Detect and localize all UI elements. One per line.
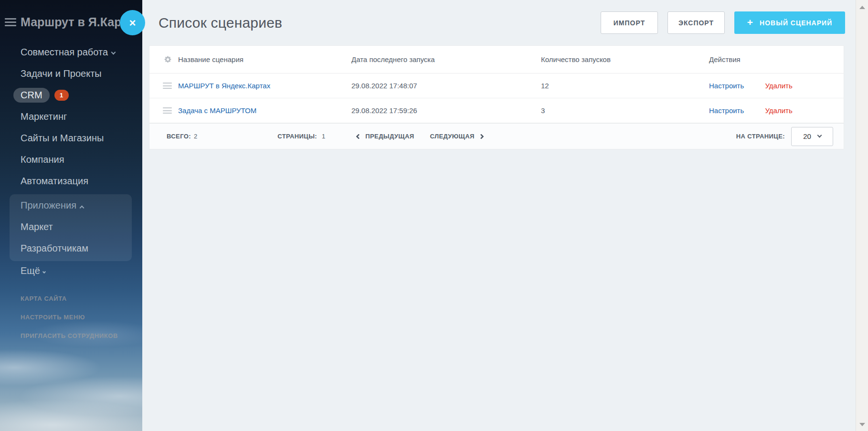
sidebar-footer-links: КАРТА САЙТА НАСТРОИТЬ МЕНЮ ПРИГЛАСИТЬ СО…	[0, 289, 142, 345]
chevron-right-icon	[478, 134, 484, 139]
sidebar-menu: Совместная работа Задачи и Проекты CRM1 …	[0, 42, 142, 345]
export-button[interactable]: ЭКСПОРТ	[667, 11, 725, 34]
delete-link[interactable]: Удалить	[765, 106, 792, 115]
configure-menu-link[interactable]: НАСТРОИТЬ МЕНЮ	[0, 308, 142, 326]
delete-link[interactable]: Удалить	[765, 82, 792, 90]
gear-icon[interactable]	[164, 55, 172, 63]
per-page-label: НА СТРАНИЦЕ:	[736, 133, 785, 140]
sidebar-item-automation[interactable]: Автоматизация	[0, 170, 142, 192]
chevron-down-icon	[111, 50, 116, 55]
main-content: Список сценариев ИМПОРТ ЭКСПОРТ + НОВЫЙ …	[142, 0, 856, 431]
scenario-name-link[interactable]: МАРШРУТ в Яндекс.Картах	[178, 82, 270, 90]
invite-employees-link[interactable]: ПРИГЛАСИТЬ СОТРУДНИКОВ	[0, 326, 142, 345]
sidebar: Маршрут в Я.Картах × Совместная работа З…	[0, 0, 142, 431]
total-count: ВСЕГО: 2	[167, 133, 197, 140]
sidebar-item-tasks[interactable]: Задачи и Проекты	[0, 63, 142, 84]
sidebar-group-apps: Приложения Маркет Разработчикам	[10, 194, 132, 261]
next-page-button[interactable]: СЛЕДУЮЩАЯ	[430, 133, 483, 140]
table-row: Задача с МАРШРУТОМ 29.08.2022 17:59:26 3…	[149, 98, 844, 123]
last-run-value: 29.08.2022 17:48:07	[351, 82, 541, 90]
sidebar-item-developers[interactable]: Разработчикам	[10, 238, 132, 259]
close-icon: ×	[129, 17, 136, 29]
sitemap-link[interactable]: КАРТА САЙТА	[0, 289, 142, 308]
import-button[interactable]: ИМПОРТ	[601, 11, 658, 34]
table-row: МАРШРУТ в Яндекс.Картах 29.08.2022 17:48…	[149, 74, 844, 98]
scenario-name-link[interactable]: Задача с МАРШРУТОМ	[178, 106, 256, 115]
crm-counter-badge: 1	[54, 90, 69, 101]
scroll-down-arrow-icon[interactable]	[859, 423, 865, 426]
configure-link[interactable]: Настроить	[709, 82, 744, 90]
per-page-select[interactable]: 20	[791, 127, 833, 146]
portal-title: Маршрут в Я.Картах	[21, 15, 120, 29]
sidebar-item-company[interactable]: Компания	[0, 149, 142, 170]
pages-count: СТРАНИЦЫ: 1	[277, 133, 325, 140]
column-header-name[interactable]: Название сценария	[178, 55, 351, 63]
sidebar-item-market[interactable]: Маркет	[10, 216, 132, 238]
hamburger-menu-icon[interactable]	[5, 18, 16, 26]
sidebar-item-apps[interactable]: Приложения	[10, 195, 132, 216]
drag-handle-icon[interactable]	[163, 107, 172, 114]
plus-icon: +	[747, 17, 753, 27]
sidebar-item-marketing[interactable]: Маркетинг	[0, 106, 142, 127]
previous-page-button[interactable]: ПРЕДЫДУЩАЯ	[357, 133, 414, 140]
table-footer: ВСЕГО: 2 СТРАНИЦЫ: 1 ПРЕДЫДУЩАЯ СЛЕДУЮЩА…	[149, 123, 844, 149]
new-scenario-button[interactable]: + НОВЫЙ СЦЕНАРИЙ	[734, 11, 845, 34]
sidebar-item-sites[interactable]: Сайты и Магазины	[0, 127, 142, 149]
runs-count-value: 12	[541, 82, 709, 90]
last-run-value: 29.08.2022 17:59:26	[351, 106, 541, 115]
column-header-last-run[interactable]: Дата последнего запуска	[351, 55, 541, 63]
chevron-up-icon	[80, 206, 85, 210]
table-settings-cell	[149, 55, 178, 63]
column-header-actions: Действия	[709, 55, 844, 63]
vertical-scrollbar[interactable]	[856, 0, 868, 431]
sidebar-header: Маршрут в Я.Картах ×	[0, 0, 142, 30]
sidebar-item-crm[interactable]: CRM1	[0, 84, 142, 106]
table-header-row: Название сценария Дата последнего запуск…	[149, 46, 844, 74]
column-header-runs[interactable]: Количество запусков	[541, 55, 709, 63]
runs-count-value: 3	[541, 106, 709, 115]
sidebar-item-collaboration[interactable]: Совместная работа	[0, 42, 142, 63]
chevron-down-icon	[42, 270, 46, 273]
configure-link[interactable]: Настроить	[709, 106, 744, 115]
crm-pill: CRM	[13, 88, 50, 103]
chevron-left-icon	[356, 134, 361, 139]
close-sidebar-button[interactable]: ×	[120, 10, 145, 35]
chevron-down-icon	[817, 133, 822, 138]
scroll-up-arrow-icon[interactable]	[859, 6, 865, 9]
page-title: Список сценариев	[159, 15, 591, 31]
page-header: Список сценариев ИМПОРТ ЭКСПОРТ + НОВЫЙ …	[142, 0, 856, 45]
scenario-table-card: Название сценария Дата последнего запуск…	[149, 45, 844, 149]
drag-handle-icon[interactable]	[163, 83, 172, 89]
sidebar-item-more[interactable]: Ещё	[0, 260, 142, 282]
